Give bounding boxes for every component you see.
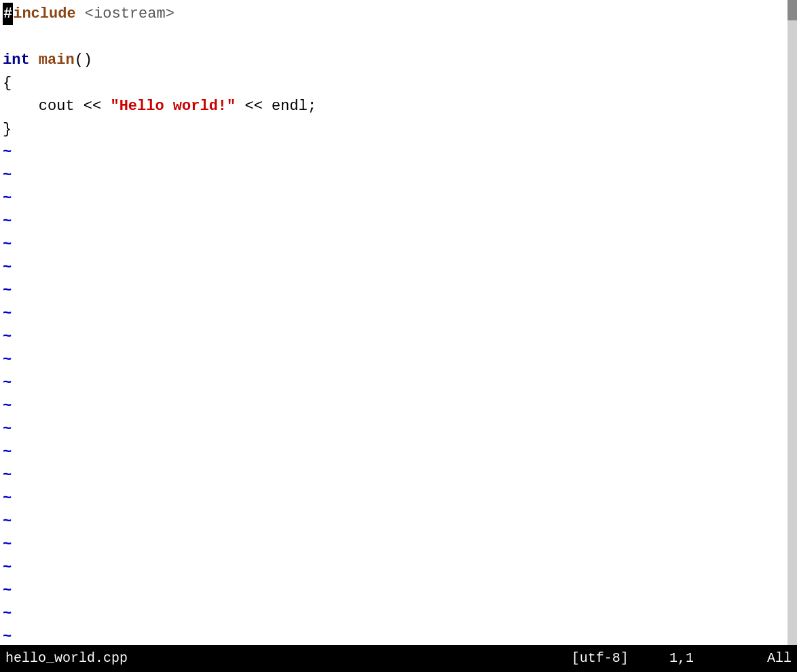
tilde-line-5: ~: [0, 234, 797, 257]
tilde-line-18: ~: [0, 534, 797, 557]
tilde-line-22: ~: [0, 626, 797, 645]
encoding: [utf-8]: [572, 650, 629, 666]
view-space: [702, 650, 759, 666]
view-mode: All: [767, 650, 792, 666]
filename: hello_world.cpp: [5, 648, 128, 669]
tilde-char: ~: [3, 141, 12, 164]
hash-symbol: #: [3, 3, 13, 25]
scrollbar[interactable]: [787, 0, 797, 645]
tilde-char: ~: [3, 187, 12, 210]
parens: (): [75, 49, 92, 71]
tilde-line-6: ~: [0, 257, 797, 280]
code-line-6: }: [0, 118, 797, 141]
tilde-line-13: ~: [0, 418, 797, 441]
tilde-line-2: ~: [0, 164, 797, 187]
tilde-char: ~: [3, 372, 12, 394]
tilde-line-16: ~: [0, 487, 797, 510]
tilde-line-21: ~: [0, 603, 797, 626]
tilde-char: ~: [3, 326, 12, 348]
tilde-char: ~: [3, 441, 12, 464]
tilde-char: ~: [3, 164, 12, 187]
tilde-line-17: ~: [0, 510, 797, 534]
code-line-3: int main(): [0, 49, 797, 72]
tilde-char: ~: [3, 626, 12, 645]
tilde-line-8: ~: [0, 303, 797, 326]
tilde-line-9: ~: [0, 326, 797, 349]
cout-text: cout: [39, 95, 75, 117]
tilde-char: ~: [3, 580, 12, 602]
angle-close: >: [166, 3, 174, 25]
operator-2: <<: [236, 95, 272, 117]
string-literal: "Hello world!": [110, 95, 236, 117]
tilde-line-14: ~: [0, 441, 797, 464]
tilde-char: ~: [3, 303, 12, 325]
tilde-char: ~: [3, 280, 12, 302]
code-line-5: cout << "Hello world!" << endl;: [0, 95, 797, 118]
tilde-line-12: ~: [0, 395, 797, 418]
tilde-char: ~: [3, 510, 12, 533]
cursor-position: 1,1: [669, 650, 694, 666]
endl-text: endl: [272, 95, 308, 117]
tilde-char: ~: [3, 349, 12, 371]
tilde-char: ~: [3, 487, 12, 510]
include-keyword: include: [13, 3, 75, 25]
semicolon: ;: [308, 95, 316, 117]
tilde-line-4: ~: [0, 210, 797, 234]
tilde-char: ~: [3, 534, 12, 556]
tilde-line-15: ~: [0, 464, 797, 487]
close-brace: }: [3, 118, 12, 141]
tilde-line-11: ~: [0, 372, 797, 395]
operator-1: <<: [75, 95, 111, 117]
open-brace: {: [3, 72, 12, 94]
tilde-char: ~: [3, 418, 12, 441]
angle-open: <: [76, 3, 94, 25]
code-editor[interactable]: #include <iostream> int main() { cout <<…: [0, 0, 797, 645]
code-line-2: [0, 26, 797, 49]
tilde-line-10: ~: [0, 349, 797, 372]
tilde-char: ~: [3, 234, 12, 256]
tilde-line-19: ~: [0, 557, 797, 580]
tilde-char: ~: [3, 557, 12, 579]
tilde-char: ~: [3, 210, 12, 233]
tilde-line-3: ~: [0, 187, 797, 210]
iostream-text: iostream: [94, 3, 166, 25]
tilde-char: ~: [3, 464, 12, 487]
tilde-line-1: ~: [0, 141, 797, 164]
code-line-4: {: [0, 72, 797, 95]
position-space: [637, 650, 661, 666]
empty-line: [3, 26, 12, 48]
tilde-line-20: ~: [0, 580, 797, 603]
tilde-char: ~: [3, 395, 12, 417]
int-keyword: int: [3, 49, 30, 71]
tilde-char: ~: [3, 603, 12, 625]
status-right: [utf-8] 1,1 All: [572, 648, 792, 669]
code-line-1: #include <iostream>: [0, 3, 797, 26]
space: [30, 49, 39, 71]
statusbar: hello_world.cpp [utf-8] 1,1 All: [0, 645, 797, 672]
indent-space: [3, 95, 39, 117]
scrollbar-thumb[interactable]: [787, 0, 797, 20]
tilde-char: ~: [3, 257, 12, 279]
main-function: main: [39, 49, 75, 71]
tilde-line-7: ~: [0, 280, 797, 303]
